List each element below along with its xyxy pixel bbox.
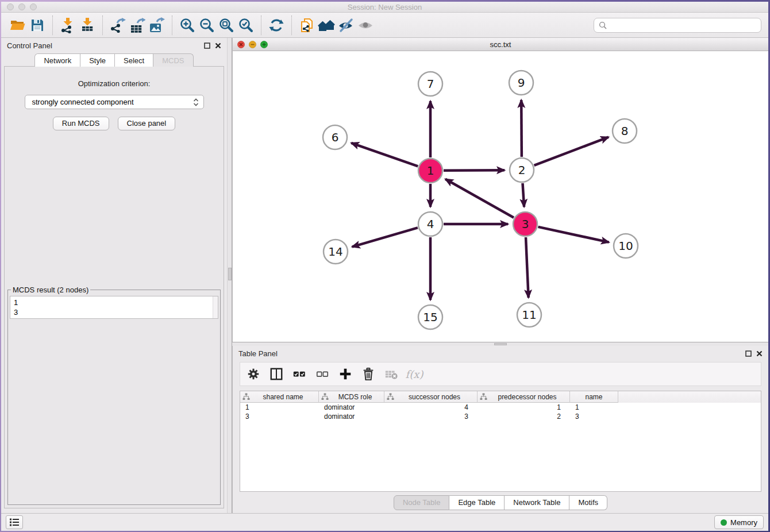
- close-panel-button[interactable]: Close panel: [118, 117, 176, 130]
- function-builder-button[interactable]: f(x): [407, 367, 422, 381]
- tab-select[interactable]: Select: [115, 53, 153, 67]
- close-view-icon[interactable]: [237, 41, 245, 48]
- refresh-network-button[interactable]: [267, 16, 286, 35]
- graph-node-label: 7: [427, 77, 434, 91]
- import-table-button[interactable]: [78, 16, 97, 35]
- show-all-button[interactable]: [356, 16, 375, 35]
- search-input[interactable]: [610, 21, 756, 29]
- graph-node-10[interactable]: 10: [614, 234, 638, 258]
- export-image-button[interactable]: [147, 16, 167, 35]
- import-network-button[interactable]: [58, 16, 78, 35]
- criterion-select[interactable]: strongly connected component: [25, 95, 204, 109]
- save-icon: [29, 17, 45, 33]
- export-table-button[interactable]: [128, 16, 147, 35]
- graph-node-2[interactable]: 2: [510, 158, 534, 182]
- graph-edge-4-14[interactable]: [352, 228, 418, 246]
- select-all-button[interactable]: [292, 367, 307, 381]
- graph-node-label: 9: [518, 76, 525, 90]
- right-column: scc.txt 7968: [232, 38, 768, 513]
- splitter-grip[interactable]: [494, 343, 507, 345]
- result-scrollbar[interactable]: [213, 296, 218, 318]
- graph-node-4[interactable]: 4: [418, 212, 442, 236]
- memory-button[interactable]: Memory: [714, 515, 764, 529]
- graph-edge-3-11[interactable]: [526, 237, 529, 298]
- graph-edge-2-3[interactable]: [522, 183, 524, 207]
- minimize-view-icon[interactable]: [249, 41, 256, 48]
- graph-node-7[interactable]: 7: [418, 72, 442, 96]
- graph-edge-2-9[interactable]: [521, 100, 522, 157]
- clone-network-button[interactable]: [297, 16, 317, 35]
- table-cell: 1: [240, 403, 319, 412]
- tab-network-table[interactable]: Network Table: [505, 495, 569, 510]
- select-chevrons-icon: [193, 98, 199, 106]
- graph-node-9[interactable]: 9: [509, 71, 533, 95]
- refresh-icon: [268, 17, 284, 33]
- column-header-predecessor-nodes[interactable]: predecessor nodes: [478, 391, 570, 403]
- create-column-button[interactable]: [338, 367, 353, 381]
- column-header-name[interactable]: name: [570, 391, 618, 403]
- tab-edge-table[interactable]: Edge Table: [449, 495, 505, 510]
- first-neighbors-button[interactable]: [317, 16, 336, 35]
- zoom-in-button[interactable]: [178, 16, 197, 35]
- tab-network[interactable]: Network: [34, 53, 80, 67]
- open-file-button[interactable]: [8, 16, 28, 35]
- memory-status-icon: [721, 519, 727, 526]
- graph-edge-2-8[interactable]: [534, 137, 609, 165]
- float-panel-icon[interactable]: [204, 43, 210, 49]
- column-header-successor-nodes[interactable]: successor nodes: [384, 391, 478, 403]
- hide-selected-button[interactable]: [336, 16, 356, 35]
- toolbar-divider: [291, 16, 292, 35]
- show-column-panel-button[interactable]: [269, 367, 284, 381]
- graph-node-1[interactable]: 1: [418, 159, 442, 183]
- tab-style[interactable]: Style: [80, 53, 115, 67]
- mcds-result-box: MCDS result (2 nodes) 1 3: [7, 286, 221, 505]
- graph-edge-1-2[interactable]: [444, 170, 505, 171]
- maximize-view-icon[interactable]: [260, 41, 268, 48]
- zoom-out-button[interactable]: [197, 16, 217, 35]
- table-cell: 3: [384, 412, 478, 421]
- network-canvas[interactable]: 7968124314101511: [233, 51, 768, 342]
- zoom-fit-button[interactable]: [217, 16, 236, 35]
- float-panel-icon[interactable]: [745, 350, 752, 357]
- table-cell: dominator: [319, 412, 384, 421]
- control-panel-title: Control Panel: [7, 41, 52, 50]
- trash-icon: [361, 367, 375, 381]
- save-session-button[interactable]: [28, 16, 47, 35]
- app-window: Session: New Session: [1, 2, 768, 531]
- panel-splitter-vertical[interactable]: [227, 38, 232, 513]
- tab-node-table[interactable]: Node Table: [394, 495, 450, 510]
- graph-node-15[interactable]: 15: [418, 305, 442, 329]
- column-header-shared-name[interactable]: shared name: [240, 391, 319, 403]
- graph-node-14[interactable]: 14: [324, 240, 348, 264]
- panel-splitter-horizontal[interactable]: [232, 342, 768, 346]
- run-mcds-button[interactable]: Run MCDS: [53, 117, 109, 130]
- graph-node-11[interactable]: 11: [517, 303, 541, 327]
- show-panels-button[interactable]: [6, 515, 23, 529]
- zoom-selected-button[interactable]: [236, 16, 256, 35]
- graph-node-6[interactable]: 6: [323, 125, 347, 149]
- tab-motifs[interactable]: Motifs: [569, 495, 607, 510]
- export-network-button[interactable]: [108, 16, 128, 35]
- delete-table-button[interactable]: [384, 367, 399, 381]
- mcds-result-title: MCDS result (2 nodes): [11, 286, 90, 294]
- table-row[interactable]: 3dominator323: [240, 412, 761, 421]
- column-type-icon: [242, 393, 250, 400]
- desktop-background: Session: New Session: [0, 0, 770, 532]
- tab-mcds[interactable]: MCDS: [153, 53, 193, 67]
- column-settings-button[interactable]: [246, 367, 261, 381]
- close-panel-icon[interactable]: [215, 43, 221, 49]
- columns-icon: [270, 367, 283, 381]
- graph-node-8[interactable]: 8: [613, 119, 637, 143]
- column-header-MCDS-role[interactable]: MCDS role: [319, 391, 384, 403]
- network-view-window: scc.txt 7968: [232, 38, 768, 342]
- graph-node-3[interactable]: 3: [513, 212, 537, 236]
- deselect-all-button[interactable]: [315, 367, 330, 381]
- splitter-grip[interactable]: [228, 268, 232, 280]
- graph-edge-1-6[interactable]: [351, 143, 418, 167]
- zoom-fit-icon: [218, 17, 234, 33]
- graph-edge-3-1[interactable]: [445, 179, 514, 218]
- delete-columns-button[interactable]: [361, 367, 376, 381]
- table-row[interactable]: 1dominator411: [240, 403, 761, 412]
- close-panel-icon[interactable]: [756, 350, 763, 357]
- graph-edge-3-10[interactable]: [538, 227, 609, 242]
